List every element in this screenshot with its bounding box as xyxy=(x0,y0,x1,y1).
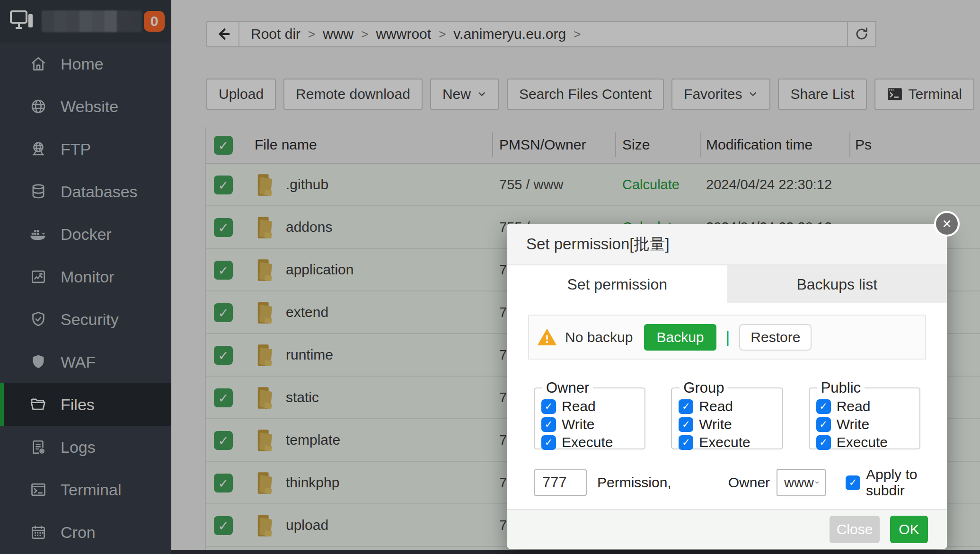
group-legend: Owner xyxy=(542,379,593,396)
permission-option-label: Execute xyxy=(699,434,750,450)
permission-option: ✓Read xyxy=(541,398,645,414)
dialog-tabs: Set permission Backups list xyxy=(507,265,947,303)
group-legend: Public xyxy=(817,379,865,396)
owner-label: Owner xyxy=(728,475,770,491)
owner-select-value: www xyxy=(784,475,814,491)
permission-option: ✓Write xyxy=(816,416,919,432)
chevron-down-icon xyxy=(814,477,820,488)
ok-button[interactable]: OK xyxy=(890,516,928,543)
permission-option-label: Write xyxy=(562,416,594,432)
permission-option-label: Execute xyxy=(837,434,888,450)
dialog-footer: Close OK xyxy=(507,509,947,549)
app-root: 0 HomeWebsiteFTPDatabasesDockerMonitorSe… xyxy=(0,0,980,554)
permission-option: ✓Write xyxy=(679,416,782,432)
apply-to-subdir-label: Apply to subdir xyxy=(866,466,926,499)
permission-option-label: Read xyxy=(699,398,733,414)
permission-option: ✓Execute xyxy=(679,434,782,450)
warning-icon xyxy=(538,328,556,346)
permission-option-label: Write xyxy=(837,416,869,432)
backup-bar: No backup Backup | Restore xyxy=(528,315,926,360)
permission-input[interactable] xyxy=(534,469,587,496)
close-icon[interactable]: ✕ xyxy=(934,211,960,237)
owner-select[interactable]: www xyxy=(777,469,826,496)
permission-groups: Owner✓Read✓Write✓ExecuteGroup✓Read✓Write… xyxy=(528,379,926,449)
dialog-title: Set permission[批量] xyxy=(507,224,947,265)
restore-button[interactable]: Restore xyxy=(739,324,812,351)
permission-checkbox[interactable]: ✓ xyxy=(679,399,693,414)
apply-to-subdir-checkbox[interactable]: ✓ xyxy=(846,475,860,490)
set-permission-dialog: ✕ Set permission[批量] Set permission Back… xyxy=(507,224,947,549)
dialog-body: No backup Backup | Restore Owner✓Read✓Wr… xyxy=(507,303,947,499)
permission-checkbox[interactable]: ✓ xyxy=(816,417,831,432)
cancel-button[interactable]: Close xyxy=(830,516,880,543)
permission-label: Permission, xyxy=(597,475,671,491)
apply-to-subdir: ✓ Apply to subdir xyxy=(846,466,926,499)
permission-checkbox[interactable]: ✓ xyxy=(816,435,831,450)
permission-option: ✓Execute xyxy=(816,434,919,450)
permission-checkbox[interactable]: ✓ xyxy=(541,435,556,450)
permission-option-label: Execute xyxy=(562,434,613,450)
permission-group-owner: Owner✓Read✓Write✓Execute xyxy=(534,379,645,449)
permission-checkbox[interactable]: ✓ xyxy=(679,417,693,432)
tab-set-permission[interactable]: Set permission xyxy=(507,265,727,303)
permission-option-label: Write xyxy=(699,416,732,432)
backup-button[interactable]: Backup xyxy=(644,324,716,351)
permission-option: ✓Execute xyxy=(541,434,645,450)
permission-option: ✓Read xyxy=(679,398,782,414)
tab-backups-list[interactable]: Backups list xyxy=(727,265,947,303)
permission-checkbox[interactable]: ✓ xyxy=(816,399,831,414)
permission-group-public: Public✓Read✓Write✓Execute xyxy=(809,379,920,449)
group-legend: Group xyxy=(680,379,728,396)
backup-status-text: No backup xyxy=(565,329,633,345)
permission-group-group: Group✓Read✓Write✓Execute xyxy=(671,379,783,449)
permission-checkbox[interactable]: ✓ xyxy=(541,399,556,414)
backup-separator: | xyxy=(726,328,730,346)
permission-option: ✓Write xyxy=(541,416,645,432)
permission-option: ✓Read xyxy=(816,398,919,414)
permission-option-label: Read xyxy=(562,398,596,414)
permission-checkbox[interactable]: ✓ xyxy=(679,435,693,450)
permission-option-label: Read xyxy=(837,398,871,414)
permission-row: Permission, Owner www ✓ Apply to subdir xyxy=(528,466,926,499)
permission-checkbox[interactable]: ✓ xyxy=(541,417,556,432)
